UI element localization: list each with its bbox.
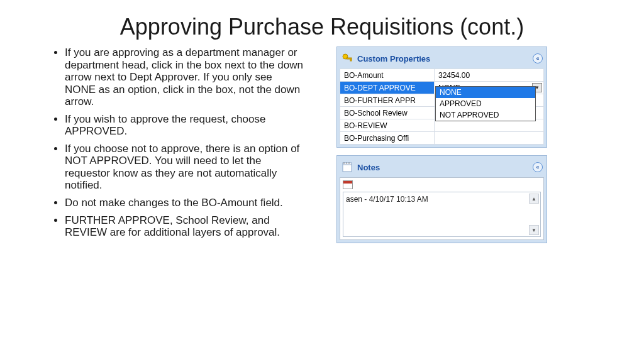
- prop-label: BO-School Review: [340, 107, 435, 119]
- notepad-icon: [341, 161, 353, 173]
- slide-title: Approving Purchase Requisitions (cont.): [0, 0, 644, 47]
- scroll-down-icon[interactable]: ▼: [529, 225, 539, 235]
- collapse-icon[interactable]: «: [533, 53, 543, 63]
- calendar-icon[interactable]: [343, 180, 353, 189]
- prop-value[interactable]: 32454.00: [435, 69, 544, 82]
- prop-label: BO-FURTHER APPR: [340, 94, 435, 107]
- approve-dropdown[interactable]: NONE APPROVED NOT APPROVED: [435, 86, 536, 121]
- table-row[interactable]: BO-Amount 32454.00: [340, 69, 544, 82]
- notes-textarea[interactable]: asen - 4/10/17 10:13 AM ▲ ▼: [343, 192, 541, 237]
- bullet-item: Do not make changes to the BO-Amount fie…: [65, 197, 305, 209]
- dropdown-option[interactable]: NONE: [436, 87, 535, 98]
- prop-label: BO-DEPT APPROVE: [340, 82, 435, 94]
- bullet-item: If you choose not to approve, there is a…: [65, 143, 305, 192]
- note-entry: asen - 4/10/17 10:13 AM: [346, 195, 428, 204]
- prop-value[interactable]: [435, 132, 544, 145]
- prop-label: BO-Purchasing Offi: [340, 132, 435, 145]
- dropdown-option[interactable]: APPROVED: [436, 98, 535, 109]
- notes-panel: Notes « asen - 4/10/17 10:13 AM ▲ ▼: [336, 155, 547, 243]
- prop-label: BO-Amount: [340, 69, 435, 82]
- panel-title: Custom Properties: [357, 54, 430, 63]
- keys-icon: [341, 52, 353, 65]
- svg-rect-2: [350, 59, 352, 61]
- dropdown-option[interactable]: NOT APPROVED: [436, 109, 535, 121]
- collapse-icon[interactable]: «: [533, 162, 543, 172]
- bullet-item: If you wish to approve the request, choo…: [65, 113, 305, 138]
- table-row[interactable]: BO-Purchasing Offi: [340, 132, 544, 145]
- bullet-list: If you are approving as a department man…: [53, 47, 305, 244]
- svg-rect-3: [343, 163, 352, 172]
- bullet-item: If you are approving as a department man…: [65, 47, 305, 108]
- prop-label: BO-REVIEW: [340, 119, 435, 132]
- bullet-item: FURTHER APPROVE, School Review, and REVI…: [65, 214, 305, 239]
- scroll-up-icon[interactable]: ▲: [529, 194, 539, 204]
- panel-title: Notes: [357, 163, 380, 172]
- custom-properties-panel: Custom Properties « BO-Amount 32454.00 B…: [336, 47, 547, 148]
